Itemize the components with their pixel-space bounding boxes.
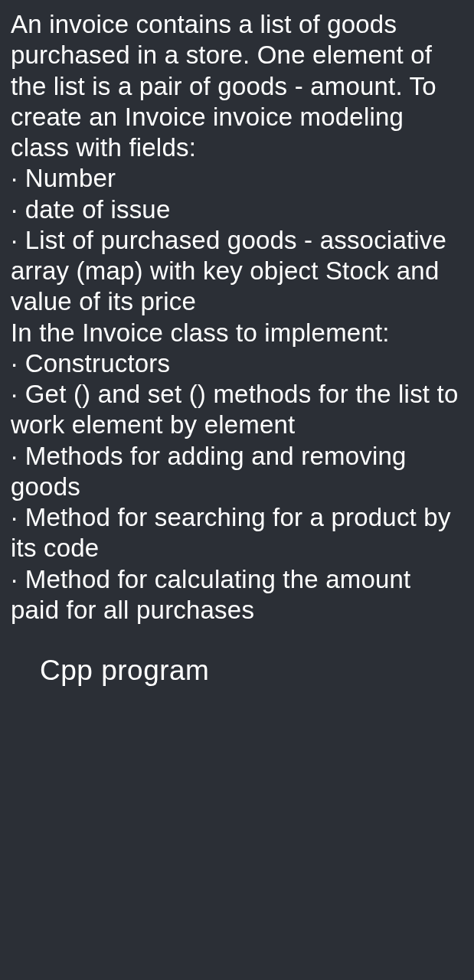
bullet-goods-list: · List of purchased goods - associative … bbox=[11, 225, 463, 318]
bullet-number: · Number bbox=[11, 163, 463, 194]
implement-paragraph: In the Invoice class to implement: bbox=[11, 318, 463, 348]
bullet-date: · date of issue bbox=[11, 194, 463, 225]
bullet-add-remove: · Methods for adding and removing goods bbox=[11, 441, 463, 503]
document-body: An invoice contains a list of goods purc… bbox=[11, 9, 463, 626]
bullet-search: · Method for searching for a product by … bbox=[11, 502, 463, 564]
bullet-constructors: · Constructors bbox=[11, 348, 463, 379]
intro-paragraph: An invoice contains a list of goods purc… bbox=[11, 9, 463, 163]
footer-label: Cpp program bbox=[11, 653, 463, 688]
bullet-get-set: · Get () and set () methods for the list… bbox=[11, 379, 463, 441]
bullet-calculate: · Method for calculating the amount paid… bbox=[11, 564, 463, 626]
